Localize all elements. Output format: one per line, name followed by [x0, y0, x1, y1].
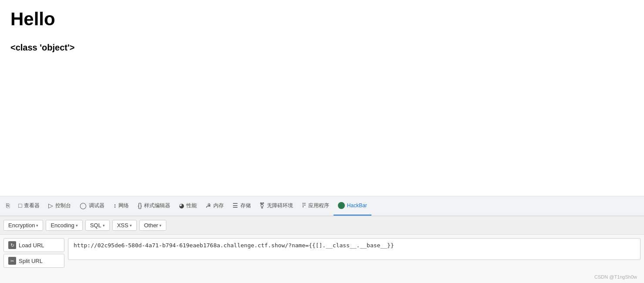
encoding-dropdown[interactable]: Encoding ▾ — [46, 220, 82, 231]
hackbar-toolbar: Encryption ▾ Encoding ▾ SQL ▾ XSS ▾ Othe… — [0, 216, 644, 235]
tab-console[interactable]: ▷ 控制台 — [44, 196, 75, 216]
page-subtitle: <class 'object'> — [10, 43, 634, 53]
encryption-dropdown[interactable]: Encryption ▾ — [3, 220, 43, 231]
other-dropdown[interactable]: Other ▾ — [139, 220, 167, 231]
sql-chevron-icon: ▾ — [103, 223, 105, 228]
tab-style[interactable]: {} 样式编辑器 — [133, 196, 174, 216]
tab-inspect[interactable]: ⎘ — [2, 196, 14, 216]
style-icon: {} — [138, 202, 142, 209]
application-icon: ⠟ — [302, 202, 306, 209]
console-icon: ▷ — [48, 202, 53, 209]
encoding-chevron-icon: ▾ — [76, 223, 78, 228]
memory-icon: ☭ — [206, 202, 211, 209]
storage-icon: ☰ — [233, 202, 238, 209]
load-url-icon: ↻ — [8, 241, 16, 249]
url-input[interactable] — [68, 238, 641, 260]
network-icon: ↕ — [113, 202, 116, 209]
sql-dropdown[interactable]: SQL ▾ — [85, 220, 110, 231]
hackbar-panel: Encryption ▾ Encoding ▾ SQL ▾ XSS ▾ Othe… — [0, 216, 644, 283]
xss-dropdown[interactable]: XSS ▾ — [112, 220, 137, 231]
watermark: CSDN @T1ngSh0w — [594, 274, 637, 280]
split-url-icon: ✂ — [8, 257, 16, 265]
split-url-button[interactable]: ✂ Split URL — [3, 254, 64, 268]
performance-icon: ◕ — [179, 202, 184, 209]
tab-viewer[interactable]: □ 查看器 — [14, 196, 44, 216]
devtools-bar: ⎘ □ 查看器 ▷ 控制台 ◯ 调试器 ↕ 网络 {} 样式编辑器 ◕ 性能 ☭… — [0, 196, 644, 216]
tab-application[interactable]: ⠟ 应用程序 — [297, 196, 334, 216]
page-title: Hello — [10, 9, 634, 30]
tab-debugger[interactable]: ◯ 调试器 — [75, 196, 109, 216]
viewer-icon: □ — [18, 202, 22, 209]
other-chevron-icon: ▾ — [159, 223, 162, 228]
xss-chevron-icon: ▾ — [130, 223, 132, 228]
tab-network[interactable]: ↕ 网络 — [109, 196, 133, 216]
hackbar-buttons: ↻ Load URL ✂ Split URL — [3, 238, 64, 280]
inspect-icon: ⎘ — [6, 202, 10, 209]
tab-hackbar[interactable]: HackBar — [334, 196, 371, 216]
tab-accessibility[interactable]: ⚧ 无障碍环境 — [255, 196, 297, 216]
tab-memory[interactable]: ☭ 内存 — [201, 196, 228, 216]
main-content: Hello <class 'object'> — [0, 0, 644, 196]
accessibility-icon: ⚧ — [260, 202, 265, 209]
debugger-icon: ◯ — [80, 202, 87, 209]
load-url-button[interactable]: ↻ Load URL — [3, 238, 64, 252]
tab-storage[interactable]: ☰ 存储 — [228, 196, 255, 216]
hackbar-dot-icon — [338, 202, 345, 209]
url-input-container — [68, 238, 641, 280]
hackbar-url-area: ↻ Load URL ✂ Split URL — [0, 235, 644, 283]
encryption-chevron-icon: ▾ — [36, 223, 38, 228]
tab-performance[interactable]: ◕ 性能 — [175, 196, 201, 216]
